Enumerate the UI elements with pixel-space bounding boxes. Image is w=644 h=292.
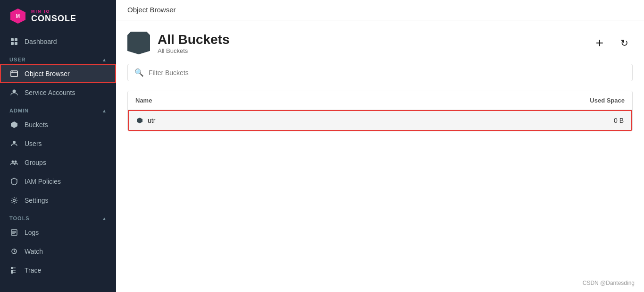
filter-bar: 🔍 [127, 64, 633, 81]
sidebar: M MIN IO CONSOLE Dashboard USER ▲ Object… [0, 0, 116, 292]
sidebar-item-object-browser[interactable]: Object Browser [0, 64, 116, 83]
svg-rect-22 [11, 267, 13, 269]
sidebar-item-object-browser-label: Object Browser [25, 70, 70, 77]
sidebar-item-service-accounts[interactable]: Service Accounts [0, 83, 116, 102]
page-actions: + ↻ [591, 34, 633, 52]
col-space-header: Used Space [568, 97, 625, 104]
watch-icon [9, 247, 19, 256]
table-header: Name Used Space [128, 91, 632, 110]
page-subtitle: All Buckets [158, 47, 230, 54]
sidebar-item-service-accounts-label: Service Accounts [25, 89, 75, 96]
svg-rect-3 [15, 38, 17, 41]
main-content: Object Browser All Buckets All Buckets +… [116, 0, 644, 292]
content-area: All Buckets All Buckets + ↻ 🔍 Name Used … [116, 20, 644, 292]
groups-icon [9, 158, 19, 167]
svg-marker-28 [137, 118, 142, 123]
bucket-row-icon [136, 117, 143, 124]
trace-icon [9, 266, 19, 275]
svg-line-21 [14, 251, 16, 252]
topbar-title: Object Browser [127, 6, 176, 14]
sidebar-item-logs[interactable]: Logs [0, 223, 116, 242]
sidebar-section-tools-label: TOOLS [9, 215, 30, 221]
sidebar-item-trace[interactable]: Trace [0, 261, 116, 280]
sidebar-section-tools: TOOLS ▲ [0, 210, 116, 223]
sidebar-section-admin-label: ADMIN [9, 108, 29, 113]
sidebar-item-trace-label: Trace [25, 266, 41, 274]
users-icon [9, 139, 19, 148]
svg-point-9 [13, 90, 16, 93]
svg-rect-5 [15, 42, 17, 45]
buckets-table: Name Used Space utr 0 B [127, 91, 633, 131]
page-header: All Buckets All Buckets + ↻ [127, 32, 633, 54]
svg-rect-24 [11, 272, 13, 274]
logo-text: MIN IO CONSOLE [31, 9, 76, 24]
logo-console-text: CONSOLE [31, 14, 76, 24]
page-title: All Buckets [158, 32, 230, 47]
sidebar-section-user: USER ▲ [0, 51, 116, 64]
svg-rect-23 [11, 270, 13, 272]
sidebar-item-logs-label: Logs [25, 229, 39, 236]
bucket-row-name: utr [136, 117, 567, 124]
svg-point-11 [13, 141, 16, 144]
service-accounts-icon [9, 88, 19, 97]
object-browser-icon [9, 69, 19, 78]
sidebar-item-users[interactable]: Users [0, 134, 116, 153]
minio-logo-icon: M [9, 8, 26, 25]
col-name-header: Name [135, 97, 568, 104]
logs-icon [9, 228, 19, 237]
admin-section-arrow: ▲ [102, 108, 107, 113]
sidebar-item-groups-label: Groups [25, 159, 46, 166]
buckets-icon [9, 120, 19, 129]
sidebar-logo: M MIN IO CONSOLE [0, 0, 116, 32]
iam-policies-icon [9, 177, 19, 186]
sidebar-item-dashboard[interactable]: Dashboard [0, 32, 116, 51]
sidebar-item-buckets[interactable]: Buckets [0, 115, 116, 134]
page-header-left: All Buckets All Buckets [127, 32, 230, 54]
sidebar-item-dashboard-label: Dashboard [25, 38, 57, 45]
bucket-name: utr [148, 117, 155, 124]
svg-rect-8 [12, 72, 13, 73]
filter-input[interactable] [149, 69, 626, 77]
settings-icon [9, 196, 19, 205]
sidebar-section-user-label: USER [9, 57, 26, 62]
sidebar-item-watch[interactable]: Watch [0, 242, 116, 261]
svg-marker-10 [11, 121, 17, 128]
sidebar-item-iam-policies-label: IAM Policies [25, 178, 61, 185]
add-bucket-button[interactable]: + [591, 34, 608, 52]
svg-text:M: M [16, 14, 20, 19]
sidebar-item-watch-label: Watch [25, 248, 43, 255]
sidebar-item-users-label: Users [25, 140, 42, 147]
sidebar-item-settings[interactable]: Settings [0, 191, 116, 210]
sidebar-item-settings-label: Settings [25, 197, 49, 204]
sidebar-item-groups[interactable]: Groups [0, 153, 116, 172]
svg-point-12 [12, 161, 14, 163]
sidebar-item-iam-policies[interactable]: IAM Policies [0, 172, 116, 191]
logo-mini-text: MIN IO [31, 9, 76, 14]
page-title-area: All Buckets All Buckets [158, 32, 230, 54]
topbar: Object Browser [116, 0, 644, 20]
bucket-used-space: 0 B [567, 117, 624, 124]
svg-rect-2 [11, 38, 14, 41]
svg-point-14 [13, 199, 16, 202]
svg-point-13 [15, 161, 17, 163]
sidebar-item-buckets-label: Buckets [25, 121, 48, 129]
tools-section-arrow: ▲ [102, 216, 107, 221]
all-buckets-icon [127, 32, 150, 54]
refresh-button[interactable]: ↻ [616, 34, 633, 52]
table-row[interactable]: utr 0 B [128, 110, 632, 131]
sidebar-section-admin: ADMIN ▲ [0, 102, 116, 115]
dashboard-icon [9, 37, 19, 46]
svg-rect-4 [11, 42, 14, 45]
user-section-arrow: ▲ [102, 57, 107, 62]
search-icon: 🔍 [134, 68, 144, 77]
